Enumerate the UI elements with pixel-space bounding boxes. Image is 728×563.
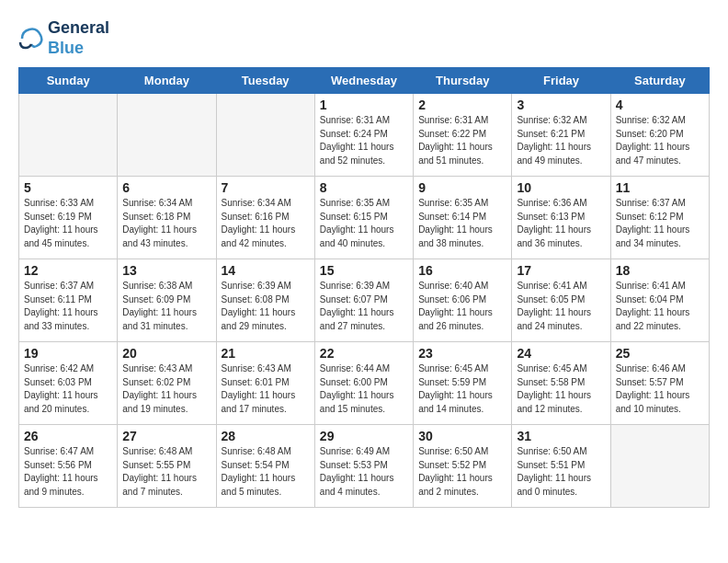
- day-number: 15: [320, 263, 408, 278]
- day-info: Sunrise: 6:44 AM Sunset: 6:00 PM Dayligh…: [320, 362, 408, 416]
- calendar-cell: [216, 94, 314, 177]
- calendar-cell: [610, 425, 709, 508]
- weekday-header-friday: Friday: [512, 68, 610, 94]
- day-number: 27: [122, 429, 210, 443]
- weekday-header-wednesday: Wednesday: [314, 68, 413, 94]
- day-number: 1: [320, 98, 408, 112]
- day-number: 9: [418, 180, 506, 195]
- calendar-cell: 19Sunrise: 6:42 AM Sunset: 6:03 PM Dayli…: [19, 342, 118, 425]
- week-row-4: 19Sunrise: 6:42 AM Sunset: 6:03 PM Dayli…: [19, 342, 710, 425]
- calendar-table: SundayMondayTuesdayWednesdayThursdayFrid…: [18, 67, 710, 508]
- calendar-cell: 28Sunrise: 6:48 AM Sunset: 5:54 PM Dayli…: [216, 425, 314, 508]
- calendar-cell: 1Sunrise: 6:31 AM Sunset: 6:24 PM Daylig…: [314, 94, 413, 177]
- logo-text: General Blue: [48, 18, 109, 58]
- day-info: Sunrise: 6:34 AM Sunset: 6:18 PM Dayligh…: [122, 197, 210, 250]
- weekday-header-saturday: Saturday: [610, 68, 709, 94]
- calendar-cell: 23Sunrise: 6:45 AM Sunset: 5:59 PM Dayli…: [414, 342, 512, 425]
- day-info: Sunrise: 6:32 AM Sunset: 6:20 PM Dayligh…: [616, 114, 704, 167]
- day-number: 14: [222, 263, 310, 278]
- day-number: 7: [222, 180, 310, 195]
- day-info: Sunrise: 6:46 AM Sunset: 5:57 PM Dayligh…: [616, 362, 704, 416]
- day-info: Sunrise: 6:50 AM Sunset: 5:51 PM Dayligh…: [517, 445, 605, 499]
- calendar-cell: 22Sunrise: 6:44 AM Sunset: 6:00 PM Dayli…: [314, 342, 413, 425]
- page-header: General Blue: [18, 18, 710, 58]
- calendar-cell: 18Sunrise: 6:41 AM Sunset: 6:04 PM Dayli…: [610, 259, 709, 342]
- day-number: 6: [122, 180, 210, 195]
- day-info: Sunrise: 6:40 AM Sunset: 6:06 PM Dayligh…: [418, 280, 506, 333]
- calendar-cell: [118, 94, 216, 177]
- calendar-cell: 14Sunrise: 6:39 AM Sunset: 6:08 PM Dayli…: [216, 259, 314, 342]
- day-number: 29: [320, 429, 408, 443]
- day-number: 13: [122, 263, 210, 278]
- day-info: Sunrise: 6:32 AM Sunset: 6:21 PM Dayligh…: [517, 114, 605, 167]
- day-number: 12: [24, 263, 112, 278]
- calendar-cell: 5Sunrise: 6:33 AM Sunset: 6:19 PM Daylig…: [19, 177, 118, 259]
- day-number: 24: [517, 346, 605, 361]
- day-info: Sunrise: 6:39 AM Sunset: 6:07 PM Dayligh…: [320, 280, 408, 333]
- day-number: 5: [24, 180, 112, 195]
- day-number: 8: [320, 180, 408, 195]
- day-number: 2: [418, 98, 506, 112]
- weekday-header-sunday: Sunday: [19, 68, 118, 94]
- weekday-header-tuesday: Tuesday: [216, 68, 314, 94]
- day-info: Sunrise: 6:48 AM Sunset: 5:54 PM Dayligh…: [222, 445, 310, 499]
- day-number: 11: [616, 180, 704, 195]
- day-info: Sunrise: 6:43 AM Sunset: 6:01 PM Dayligh…: [222, 362, 310, 416]
- week-row-2: 5Sunrise: 6:33 AM Sunset: 6:19 PM Daylig…: [19, 177, 710, 259]
- weekday-header-thursday: Thursday: [414, 68, 512, 94]
- day-number: 22: [320, 346, 408, 361]
- day-number: 26: [24, 429, 112, 443]
- calendar-cell: 31Sunrise: 6:50 AM Sunset: 5:51 PM Dayli…: [512, 425, 610, 508]
- day-info: Sunrise: 6:36 AM Sunset: 6:13 PM Dayligh…: [517, 197, 605, 250]
- calendar-cell: 27Sunrise: 6:48 AM Sunset: 5:55 PM Dayli…: [118, 425, 216, 508]
- week-row-5: 26Sunrise: 6:47 AM Sunset: 5:56 PM Dayli…: [19, 425, 710, 508]
- day-info: Sunrise: 6:45 AM Sunset: 5:58 PM Dayligh…: [517, 362, 605, 416]
- day-number: 16: [418, 263, 506, 278]
- day-number: 21: [222, 346, 310, 361]
- day-info: Sunrise: 6:42 AM Sunset: 6:03 PM Dayligh…: [24, 362, 112, 416]
- weekday-header-row: SundayMondayTuesdayWednesdayThursdayFrid…: [19, 68, 710, 94]
- day-number: 19: [24, 346, 112, 361]
- day-number: 30: [418, 429, 506, 443]
- calendar-cell: 30Sunrise: 6:50 AM Sunset: 5:52 PM Dayli…: [414, 425, 512, 508]
- day-info: Sunrise: 6:41 AM Sunset: 6:05 PM Dayligh…: [517, 280, 605, 333]
- calendar-cell: 26Sunrise: 6:47 AM Sunset: 5:56 PM Dayli…: [19, 425, 118, 508]
- calendar-cell: 10Sunrise: 6:36 AM Sunset: 6:13 PM Dayli…: [512, 177, 610, 259]
- day-info: Sunrise: 6:43 AM Sunset: 6:02 PM Dayligh…: [122, 362, 210, 416]
- calendar-cell: 4Sunrise: 6:32 AM Sunset: 6:20 PM Daylig…: [610, 94, 709, 177]
- calendar-cell: 21Sunrise: 6:43 AM Sunset: 6:01 PM Dayli…: [216, 342, 314, 425]
- day-info: Sunrise: 6:49 AM Sunset: 5:53 PM Dayligh…: [320, 445, 408, 499]
- day-number: 20: [122, 346, 210, 361]
- day-number: 28: [222, 429, 310, 443]
- day-info: Sunrise: 6:38 AM Sunset: 6:09 PM Dayligh…: [122, 280, 210, 333]
- calendar-cell: 6Sunrise: 6:34 AM Sunset: 6:18 PM Daylig…: [118, 177, 216, 259]
- day-info: Sunrise: 6:35 AM Sunset: 6:14 PM Dayligh…: [418, 197, 506, 250]
- calendar-cell: 17Sunrise: 6:41 AM Sunset: 6:05 PM Dayli…: [512, 259, 610, 342]
- weekday-header-monday: Monday: [118, 68, 216, 94]
- day-number: 23: [418, 346, 506, 361]
- logo: General Blue: [18, 18, 109, 58]
- calendar-cell: 24Sunrise: 6:45 AM Sunset: 5:58 PM Dayli…: [512, 342, 610, 425]
- calendar-cell: 16Sunrise: 6:40 AM Sunset: 6:06 PM Dayli…: [414, 259, 512, 342]
- calendar-cell: 29Sunrise: 6:49 AM Sunset: 5:53 PM Dayli…: [314, 425, 413, 508]
- calendar-cell: [19, 94, 118, 177]
- day-info: Sunrise: 6:31 AM Sunset: 6:24 PM Dayligh…: [320, 114, 408, 167]
- logo-icon: [18, 26, 44, 52]
- day-info: Sunrise: 6:37 AM Sunset: 6:11 PM Dayligh…: [24, 280, 112, 333]
- day-info: Sunrise: 6:47 AM Sunset: 5:56 PM Dayligh…: [24, 445, 112, 499]
- week-row-1: 1Sunrise: 6:31 AM Sunset: 6:24 PM Daylig…: [19, 94, 710, 177]
- calendar-cell: 11Sunrise: 6:37 AM Sunset: 6:12 PM Dayli…: [610, 177, 709, 259]
- calendar-cell: 25Sunrise: 6:46 AM Sunset: 5:57 PM Dayli…: [610, 342, 709, 425]
- day-number: 18: [616, 263, 704, 278]
- calendar-cell: 2Sunrise: 6:31 AM Sunset: 6:22 PM Daylig…: [414, 94, 512, 177]
- day-info: Sunrise: 6:45 AM Sunset: 5:59 PM Dayligh…: [418, 362, 506, 416]
- calendar-cell: 12Sunrise: 6:37 AM Sunset: 6:11 PM Dayli…: [19, 259, 118, 342]
- calendar-cell: 8Sunrise: 6:35 AM Sunset: 6:15 PM Daylig…: [314, 177, 413, 259]
- calendar-cell: 3Sunrise: 6:32 AM Sunset: 6:21 PM Daylig…: [512, 94, 610, 177]
- calendar-cell: 9Sunrise: 6:35 AM Sunset: 6:14 PM Daylig…: [414, 177, 512, 259]
- day-number: 25: [616, 346, 704, 361]
- day-info: Sunrise: 6:39 AM Sunset: 6:08 PM Dayligh…: [222, 280, 310, 333]
- calendar-cell: 20Sunrise: 6:43 AM Sunset: 6:02 PM Dayli…: [118, 342, 216, 425]
- day-info: Sunrise: 6:34 AM Sunset: 6:16 PM Dayligh…: [222, 197, 310, 250]
- day-number: 3: [517, 98, 605, 112]
